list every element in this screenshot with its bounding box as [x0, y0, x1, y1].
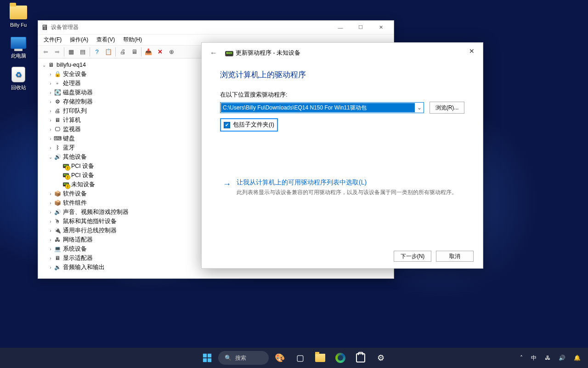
caret-icon: › — [47, 237, 54, 242]
dialog-header: ← 📟 更新驱动程序 - 未知设备 ✕ — [202, 43, 483, 63]
device-icon: 📟 — [225, 49, 232, 57]
toolbar-btn[interactable]: 📋 — [103, 46, 114, 58]
caret-icon: › — [47, 210, 54, 215]
toolbar-btn[interactable]: ▤ — [77, 46, 88, 58]
device-icon: ▫ — [54, 80, 61, 87]
taskbar-task-view[interactable]: ▢ — [291, 349, 309, 367]
caret-icon: › — [47, 191, 54, 196]
tree-label: 未知设备 — [71, 181, 95, 189]
taskbar-edge[interactable] — [331, 349, 350, 367]
store-icon — [356, 353, 365, 362]
toolbar-help-button[interactable]: ? — [91, 46, 102, 58]
desktop-icon-recycle-bin[interactable]: 回收站 — [4, 66, 33, 91]
toolbar-uninstall-button[interactable]: ✕ — [154, 46, 165, 58]
close-button[interactable]: ✕ — [371, 21, 391, 34]
device-icon: 🔒 — [54, 70, 61, 78]
tree-label: PCI 设备 — [71, 162, 94, 170]
minimize-button[interactable]: — — [330, 21, 351, 34]
caret-icon: › — [47, 256, 54, 261]
toolbar-btn[interactable]: ⊕ — [166, 46, 177, 58]
device-icon: 🖨 — [54, 107, 61, 115]
device-icon: 📦 — [54, 199, 61, 207]
tree-label: 监视器 — [63, 126, 81, 133]
tree-label: 通用串行总线控制器 — [63, 227, 117, 235]
icon-label: 此电脑 — [11, 52, 26, 59]
tray-network-icon[interactable]: 🖧 — [543, 353, 552, 363]
device-icon: ᛒ — [54, 144, 61, 151]
caret-icon: › — [47, 127, 54, 132]
caret-icon: ⌄ — [47, 155, 54, 160]
toolbar-btn[interactable]: ▦ — [66, 46, 77, 58]
tree-label: 软件设备 — [63, 190, 87, 198]
tray-notifications-icon[interactable]: 🔔 — [572, 353, 582, 363]
desktop-icon-user-folder[interactable]: Billy Fu — [4, 4, 33, 28]
toolbar-scan-button[interactable]: 🖥 — [129, 46, 140, 58]
caret-icon: › — [47, 247, 54, 252]
chevron-down-icon[interactable]: ⌄ — [415, 104, 424, 111]
tree-label: PCI 设备 — [71, 172, 94, 179]
pick-from-list-option[interactable]: → 让我从计算机上的可用驱动程序列表中选取(L) 此列表将显示与该设备兼容的可用… — [220, 176, 464, 199]
device-icon: 🖧 — [54, 236, 61, 243]
taskbar-file-explorer[interactable] — [311, 349, 329, 367]
pc-icon — [11, 37, 26, 49]
nav-back-button[interactable]: ⬅ — [40, 46, 51, 58]
caret-icon: › — [47, 228, 54, 233]
icon-label: 回收站 — [11, 84, 26, 91]
nav-forward-button[interactable]: ➡ — [51, 46, 62, 58]
driver-path-combobox[interactable]: C:\Users\Billy Fu\Downloads\EQ14 N150 Fo… — [220, 102, 424, 113]
back-button[interactable]: ← — [206, 46, 221, 60]
option-title: 让我从计算机上的可用驱动程序列表中选取(L) — [237, 178, 457, 187]
device-icon: 🔉 — [54, 264, 61, 271]
desktop-icon-this-pc[interactable]: 此电脑 — [4, 34, 33, 59]
desktop-icons: Billy Fu 此电脑 回收站 — [4, 4, 33, 91]
dialog-close-button[interactable]: ✕ — [463, 45, 481, 58]
folder-icon — [10, 6, 27, 19]
cancel-button[interactable]: 取消 — [436, 251, 474, 262]
browse-button[interactable]: 浏览(R)... — [430, 102, 464, 114]
maximize-button[interactable]: ☐ — [351, 21, 371, 34]
device-icon: 📦 — [54, 190, 61, 197]
taskbar-copilot[interactable]: 🎨 — [271, 349, 289, 367]
tree-label: 显示适配器 — [63, 254, 93, 262]
titlebar[interactable]: 🖥 设备管理器 — ☐ ✕ — [38, 21, 394, 34]
menu-action[interactable]: 操作(A) — [66, 35, 92, 45]
caret-icon: › — [47, 81, 54, 86]
update-driver-dialog: ← 📟 更新驱动程序 - 未知设备 ✕ 浏览计算机上的驱动程序 在以下位置搜索驱… — [201, 42, 483, 269]
menu-file[interactable]: 文件(F) — [40, 35, 65, 45]
tray-ime[interactable]: 中 — [529, 352, 538, 364]
warning-device-icon: 📟 — [62, 162, 69, 170]
tray-volume-icon[interactable]: 🔊 — [557, 353, 567, 363]
window-title: 设备管理器 — [51, 23, 330, 31]
tree-label: 系统设备 — [63, 245, 87, 253]
edge-icon — [335, 353, 345, 363]
icon-label: Billy Fu — [10, 22, 27, 28]
start-button[interactable] — [198, 349, 216, 367]
recycle-bin-icon — [11, 67, 25, 82]
svg-rect-3 — [208, 358, 211, 362]
caret-icon: › — [47, 201, 54, 206]
tree-label: 软件组件 — [63, 199, 87, 207]
taskbar-app[interactable]: ⚙ — [372, 349, 390, 367]
device-icon: 💻 — [54, 245, 61, 253]
tree-label: 键盘 — [63, 135, 75, 143]
caret-icon: ⌄ — [41, 63, 47, 68]
tray-chevron-up-icon[interactable]: ˄ — [518, 353, 525, 363]
include-subfolders-checkbox[interactable]: ✔ 包括子文件夹(I) — [220, 118, 278, 132]
search-placeholder: 搜索 — [235, 354, 246, 362]
folder-icon — [315, 354, 325, 362]
menu-view[interactable]: 查看(V) — [93, 35, 119, 45]
taskbar-search[interactable]: 🔍 搜索 — [218, 351, 269, 365]
taskbar-store[interactable] — [351, 349, 370, 367]
dialog-title: 浏览计算机上的驱动程序 — [220, 69, 464, 80]
svg-rect-2 — [203, 358, 207, 362]
caret-icon: › — [47, 145, 54, 150]
warning-device-icon: 📟 — [62, 181, 69, 188]
toolbar-btn[interactable]: 🖨 — [117, 46, 128, 58]
caret-icon: › — [47, 265, 54, 270]
tree-label: 磁盘驱动器 — [63, 89, 93, 97]
caret-icon: › — [47, 90, 54, 95]
tree-label: 打印队列 — [63, 107, 87, 115]
toolbar-btn[interactable]: 📥 — [143, 46, 154, 58]
menu-help[interactable]: 帮助(H) — [119, 35, 146, 45]
next-button[interactable]: 下一步(N) — [394, 251, 431, 262]
